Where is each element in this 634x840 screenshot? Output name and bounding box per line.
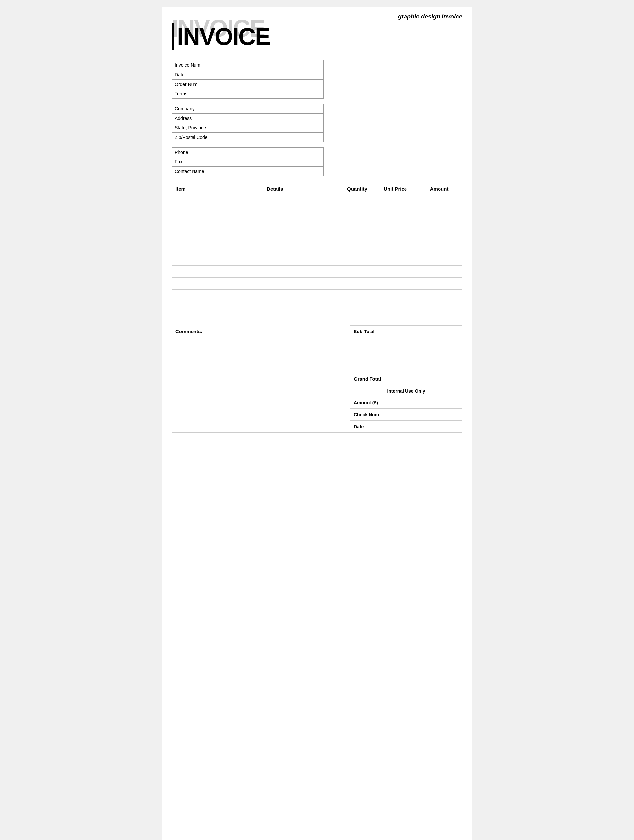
company-value[interactable]: [215, 104, 323, 113]
item-cell[interactable]: [172, 206, 210, 218]
extra-row-1: [350, 338, 462, 349]
extra-label-3[interactable]: [350, 361, 406, 373]
price-cell[interactable]: [374, 278, 416, 290]
table-row: [172, 206, 462, 218]
amount-cell[interactable]: [416, 242, 462, 254]
qty-cell[interactable]: [340, 290, 374, 302]
extra-label-1[interactable]: [350, 338, 406, 349]
col-header-item: Item: [172, 183, 210, 194]
details-cell[interactable]: [210, 254, 340, 266]
col-header-unit-price: Unit Price: [374, 183, 416, 194]
price-cell[interactable]: [374, 290, 416, 302]
details-cell[interactable]: [210, 194, 340, 206]
amount-cell[interactable]: [416, 302, 462, 313]
table-row: [172, 194, 462, 206]
internal-date-label: Date: [350, 421, 406, 433]
amount-cell[interactable]: [416, 290, 462, 302]
price-cell[interactable]: [374, 266, 416, 278]
phone-value[interactable]: [215, 148, 323, 157]
item-cell[interactable]: [172, 218, 210, 230]
qty-cell[interactable]: [340, 206, 374, 218]
price-cell[interactable]: [374, 194, 416, 206]
fax-value[interactable]: [215, 157, 323, 166]
qty-cell[interactable]: [340, 218, 374, 230]
internal-date-value[interactable]: [406, 421, 462, 433]
col-header-details: Details: [210, 183, 340, 194]
details-cell[interactable]: [210, 266, 340, 278]
item-cell[interactable]: [172, 194, 210, 206]
qty-cell[interactable]: [340, 194, 374, 206]
table-header-row: Item Details Quantity Unit Price Amount: [172, 183, 462, 194]
item-cell[interactable]: [172, 230, 210, 242]
qty-cell[interactable]: [340, 230, 374, 242]
amount-cell[interactable]: [416, 254, 462, 266]
company-row: Company: [172, 104, 323, 114]
item-cell[interactable]: [172, 278, 210, 290]
company-label: Company: [172, 104, 215, 113]
extra-label-2[interactable]: [350, 349, 406, 361]
extra-value-2[interactable]: [406, 349, 462, 361]
address-value[interactable]: [215, 114, 323, 123]
details-cell[interactable]: [210, 230, 340, 242]
comments-label: Comments:: [175, 328, 346, 334]
fax-row: Fax: [172, 157, 323, 167]
item-cell[interactable]: [172, 242, 210, 254]
details-cell[interactable]: [210, 242, 340, 254]
extra-row-2: [350, 349, 462, 361]
qty-cell[interactable]: [340, 302, 374, 313]
comments-section[interactable]: Comments:: [172, 325, 350, 433]
amount-cell[interactable]: [416, 194, 462, 206]
price-cell[interactable]: [374, 218, 416, 230]
item-cell[interactable]: [172, 266, 210, 278]
item-cell[interactable]: [172, 290, 210, 302]
amount-cell[interactable]: [416, 230, 462, 242]
item-cell[interactable]: [172, 254, 210, 266]
grand-total-value[interactable]: [406, 373, 462, 385]
details-cell[interactable]: [210, 313, 340, 325]
subtotal-value[interactable]: [406, 325, 462, 338]
price-cell[interactable]: [374, 302, 416, 313]
internal-use-label: Internal Use Only: [350, 385, 462, 397]
amount-cell[interactable]: [416, 206, 462, 218]
amount-cell[interactable]: [416, 266, 462, 278]
table-row: [172, 254, 462, 266]
amount-dollar-value[interactable]: [406, 397, 462, 409]
qty-cell[interactable]: [340, 266, 374, 278]
qty-cell[interactable]: [340, 278, 374, 290]
date-value[interactable]: [215, 70, 323, 79]
details-cell[interactable]: [210, 206, 340, 218]
details-cell[interactable]: [210, 290, 340, 302]
date-row: Date:: [172, 70, 323, 80]
internal-use-header: Internal Use Only: [350, 385, 462, 397]
contact-name-value[interactable]: [215, 167, 323, 176]
zip-value[interactable]: [215, 133, 323, 142]
state-value[interactable]: [215, 123, 323, 133]
qty-cell[interactable]: [340, 313, 374, 325]
item-cell[interactable]: [172, 313, 210, 325]
amount-dollar-label: Amount ($): [350, 397, 406, 409]
item-cell[interactable]: [172, 302, 210, 313]
contact-name-row: Contact Name: [172, 167, 323, 176]
extra-value-1[interactable]: [406, 338, 462, 349]
amount-cell[interactable]: [416, 218, 462, 230]
price-cell[interactable]: [374, 242, 416, 254]
details-cell[interactable]: [210, 278, 340, 290]
order-num-value[interactable]: [215, 80, 323, 89]
invoice-num-value[interactable]: [215, 60, 323, 69]
qty-cell[interactable]: [340, 242, 374, 254]
price-cell[interactable]: [374, 206, 416, 218]
details-cell[interactable]: [210, 218, 340, 230]
items-table: Item Details Quantity Unit Price Amount: [172, 183, 462, 325]
amount-cell[interactable]: [416, 313, 462, 325]
price-cell[interactable]: [374, 230, 416, 242]
check-num-value[interactable]: [406, 409, 462, 421]
amount-cell[interactable]: [416, 278, 462, 290]
subtotal-label: Sub-Total: [350, 325, 406, 338]
totals-section: Sub-Total: [350, 325, 462, 433]
extra-value-3[interactable]: [406, 361, 462, 373]
price-cell[interactable]: [374, 313, 416, 325]
qty-cell[interactable]: [340, 254, 374, 266]
terms-value[interactable]: [215, 89, 323, 98]
price-cell[interactable]: [374, 254, 416, 266]
details-cell[interactable]: [210, 302, 340, 313]
